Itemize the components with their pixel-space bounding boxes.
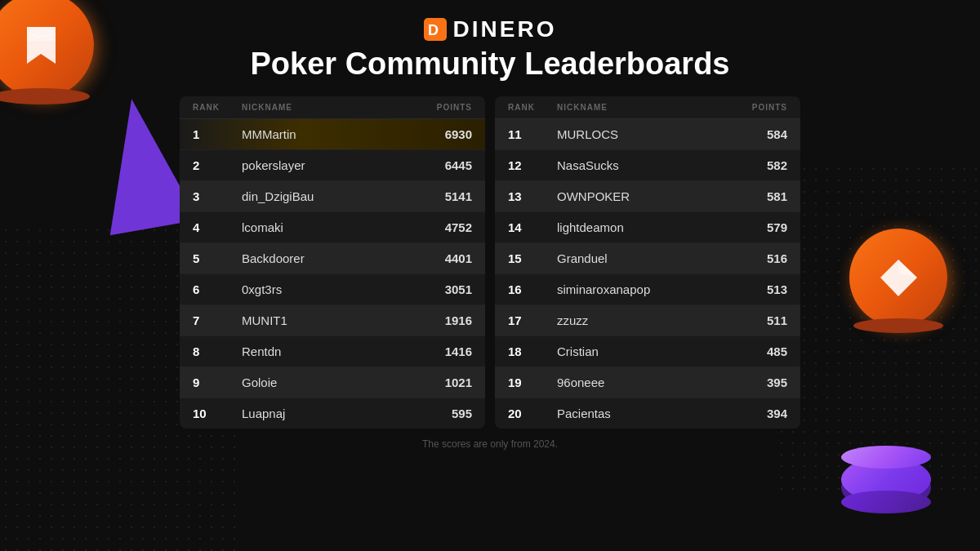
table-header-right: RANK NICKNAME POINTS <box>495 96 800 119</box>
rank-cell: 20 <box>508 407 557 420</box>
table-row: 3 din_DzigiBau 5141 <box>180 181 485 212</box>
nickname-cell: siminaroxanapop <box>557 282 722 296</box>
footer-note: The scores are only from 2024. <box>0 438 980 450</box>
nickname-cell: NasaSucks <box>557 158 722 172</box>
table-row: 7 MUNIT1 1916 <box>180 305 485 336</box>
rank-cell: 14 <box>508 220 557 234</box>
dinero-logo-icon: D <box>424 18 447 41</box>
brand-name: DINERO <box>453 16 557 42</box>
nickname-cell: MMMartin <box>242 127 407 141</box>
table-row: 4 lcomaki 4752 <box>180 212 485 243</box>
rank-cell: 3 <box>193 189 242 203</box>
rank-cell: 8 <box>193 344 242 358</box>
col-rank-left: RANK <box>193 103 242 112</box>
col-rank-right: RANK <box>508 103 557 112</box>
col-nickname-left: NICKNAME <box>242 103 407 112</box>
rank-cell: 9 <box>193 375 242 389</box>
nickname-cell: 0xgt3rs <box>242 282 407 296</box>
table-row: 19 96oneee 395 <box>495 367 800 398</box>
page-title: Poker Community Leaderboards <box>0 47 980 82</box>
table-row: 20 Pacientas 394 <box>495 398 800 429</box>
table-header-left: RANK NICKNAME POINTS <box>180 96 485 119</box>
table-row: 12 NasaSucks 582 <box>495 150 800 181</box>
rank-cell: 16 <box>508 282 557 296</box>
points-cell: 4401 <box>407 251 472 265</box>
points-cell: 4752 <box>407 220 472 234</box>
leaderboard-table-right: RANK NICKNAME POINTS 11 MURLOCS 584 12 N… <box>495 96 800 429</box>
rank-cell: 12 <box>508 158 557 172</box>
table-row: 9 Goloie 1021 <box>180 367 485 398</box>
nickname-cell: MUNIT1 <box>242 313 407 327</box>
nickname-cell: Rentdn <box>242 344 407 358</box>
nickname-cell: Pacientas <box>557 407 722 420</box>
points-cell: 581 <box>722 189 787 203</box>
points-cell: 511 <box>722 313 787 327</box>
table-row: 13 OWNPOKER 581 <box>495 181 800 212</box>
table-row: 10 Luapnaj 595 <box>180 398 485 429</box>
logo-area: D DINERO <box>0 16 980 42</box>
table-row: 11 MURLOCS 584 <box>495 119 800 150</box>
leaderboard-table-left: RANK NICKNAME POINTS 1 MMMartin 6930 2 p… <box>180 96 485 429</box>
nickname-cell: pokerslayer <box>242 158 407 172</box>
points-cell: 6930 <box>407 127 472 141</box>
rank-cell: 17 <box>508 313 557 327</box>
points-cell: 485 <box>722 344 787 358</box>
nickname-cell: Luapnaj <box>242 407 407 420</box>
points-cell: 1021 <box>407 375 472 389</box>
nickname-cell: lightdeamon <box>557 220 722 234</box>
points-cell: 5141 <box>407 189 472 203</box>
col-nickname-right: NICKNAME <box>557 103 722 112</box>
footer-text: The scores are only from 2024. <box>422 438 558 450</box>
points-cell: 6445 <box>407 158 472 172</box>
table-row: 6 0xgt3rs 3051 <box>180 274 485 305</box>
points-cell: 584 <box>722 127 787 141</box>
points-cell: 582 <box>722 158 787 172</box>
nickname-cell: Backdoorer <box>242 251 407 265</box>
table-row: 5 Backdoorer 4401 <box>180 243 485 274</box>
nickname-cell: 96oneee <box>557 375 722 389</box>
table-row: 17 zzuzz 511 <box>495 305 800 336</box>
deco-cylinder <box>841 457 931 502</box>
nickname-cell: Goloie <box>242 375 407 389</box>
rank-cell: 6 <box>193 282 242 296</box>
nickname-cell: Granduel <box>557 251 722 265</box>
rank-cell: 7 <box>193 313 242 327</box>
svg-text:D: D <box>428 22 439 38</box>
points-cell: 394 <box>722 407 787 420</box>
nickname-cell: din_DzigiBau <box>242 189 407 203</box>
rank-cell: 15 <box>508 251 557 265</box>
header: D DINERO Poker Community Leaderboards <box>0 0 980 82</box>
rank-cell: 19 <box>508 375 557 389</box>
rank-cell: 10 <box>193 407 242 420</box>
points-cell: 1416 <box>407 344 472 358</box>
rank-cell: 11 <box>508 127 557 141</box>
nickname-cell: zzuzz <box>557 313 722 327</box>
points-cell: 513 <box>722 282 787 296</box>
points-cell: 516 <box>722 251 787 265</box>
table-row: 16 siminaroxanapop 513 <box>495 274 800 305</box>
points-cell: 595 <box>407 407 472 420</box>
main-content: RANK NICKNAME POINTS 1 MMMartin 6930 2 p… <box>0 82 980 429</box>
table-row: 18 Cristian 485 <box>495 336 800 367</box>
table-row: 15 Granduel 516 <box>495 243 800 274</box>
points-cell: 1916 <box>407 313 472 327</box>
rank-cell: 1 <box>193 127 242 141</box>
rank-cell: 18 <box>508 344 557 358</box>
nickname-cell: lcomaki <box>242 220 407 234</box>
nickname-cell: OWNPOKER <box>557 189 722 203</box>
col-points-right: POINTS <box>722 103 787 112</box>
left-table-body: 1 MMMartin 6930 2 pokerslayer 6445 3 din… <box>180 119 485 429</box>
table-row: 8 Rentdn 1416 <box>180 336 485 367</box>
nickname-cell: Cristian <box>557 344 722 358</box>
points-cell: 3051 <box>407 282 472 296</box>
nickname-cell: MURLOCS <box>557 127 722 141</box>
rank-cell: 4 <box>193 220 242 234</box>
right-table-body: 11 MURLOCS 584 12 NasaSucks 582 13 OWNPO… <box>495 119 800 429</box>
col-points-left: POINTS <box>407 103 472 112</box>
table-row: 1 MMMartin 6930 <box>180 119 485 150</box>
rank-cell: 13 <box>508 189 557 203</box>
rank-cell: 5 <box>193 251 242 265</box>
rank-cell: 2 <box>193 158 242 172</box>
points-cell: 579 <box>722 220 787 234</box>
table-row: 2 pokerslayer 6445 <box>180 150 485 181</box>
